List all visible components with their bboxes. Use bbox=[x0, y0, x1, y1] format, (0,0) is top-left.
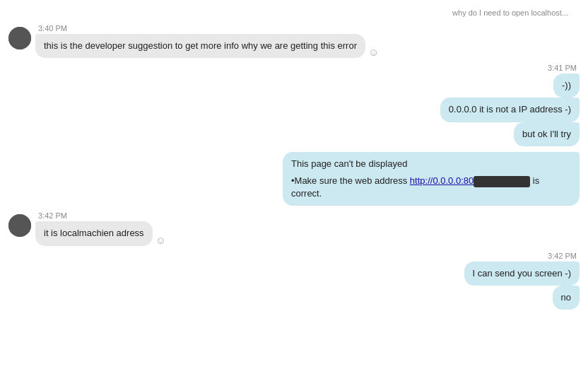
incoming-with-emoji-4: it is localmachien adress ☺ bbox=[35, 221, 166, 245]
screenshot-line2: •Make sure the web address http://0.0.0.… bbox=[291, 175, 571, 200]
bubble-screenshot: This page can't be displayed •Make sure … bbox=[283, 152, 580, 206]
screenshot-line1: This page can't be displayed bbox=[291, 158, 571, 170]
emoji-reaction-1: ☺ bbox=[368, 46, 379, 58]
bubble-2c: but ok I'll try bbox=[514, 122, 580, 146]
bubble-2b: 0.0.0.0 it is not a IP address -) bbox=[440, 98, 580, 122]
outgoing-bubble-row-2c: but ok I'll try bbox=[514, 122, 580, 146]
redacted-url-part bbox=[474, 176, 530, 187]
message-content-1: 3:40 PM this is the developer suggestion… bbox=[35, 24, 379, 58]
message-row-2: 3:41 PM -)) 0.0.0.0 it is not a IP addre… bbox=[0, 62, 588, 148]
emoji-reaction-4: ☺ bbox=[155, 234, 166, 246]
timestamp-4: 3:42 PM bbox=[35, 211, 70, 220]
incoming-with-emoji-1: this is the developer suggestion to get … bbox=[35, 34, 379, 58]
avatar-1 bbox=[8, 27, 31, 49]
partial-text: why do I need to open localhost... bbox=[452, 8, 580, 18]
bubble-1: this is the developer suggestion to get … bbox=[35, 34, 365, 58]
bubble-4: it is localmachien adress bbox=[35, 221, 153, 245]
message-row-1: 3:40 PM this is the developer suggestion… bbox=[0, 23, 588, 59]
bubble-5a: I can send you screen -) bbox=[464, 262, 580, 286]
outgoing-bubble-row-3: This page can't be displayed •Make sure … bbox=[283, 152, 580, 206]
message-row-5: 3:42 PM I can send you screen -) no bbox=[0, 250, 588, 311]
bubble-2a: -)) bbox=[553, 74, 580, 98]
url-link[interactable]: http://0.0.0.0:80 bbox=[410, 175, 530, 186]
outgoing-bubble-row-2b: 0.0.0.0 it is not a IP address -) bbox=[440, 98, 580, 122]
message-row-3: This page can't be displayed •Make sure … bbox=[0, 151, 588, 208]
timestamp-1: 3:40 PM bbox=[35, 24, 70, 33]
timestamp-5: 3:42 PM bbox=[545, 252, 580, 260]
message-content-4: 3:42 PM it is localmachien adress ☺ bbox=[35, 211, 166, 245]
message-row-partial: why do I need to open localhost... bbox=[0, 7, 588, 20]
chat-container: why do I need to open localhost... 3:40 … bbox=[0, 0, 588, 369]
avatar-2 bbox=[8, 214, 31, 237]
outgoing-bubble-row-2a: -)) bbox=[553, 74, 580, 98]
outgoing-bubble-row-5b: no bbox=[553, 286, 580, 310]
message-row-4: 3:42 PM it is localmachien adress ☺ bbox=[0, 210, 588, 247]
bubble-5b: no bbox=[553, 286, 580, 310]
timestamp-2: 3:41 PM bbox=[545, 64, 580, 72]
outgoing-bubble-row-5a: I can send you screen -) bbox=[464, 262, 580, 286]
